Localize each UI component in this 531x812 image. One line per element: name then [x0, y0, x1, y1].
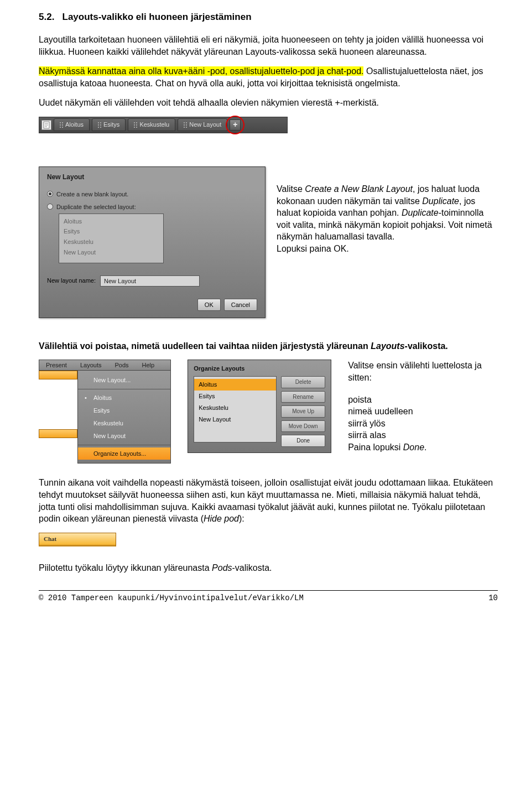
list-item[interactable]: Aloitus	[194, 379, 276, 391]
paragraph-6: Piilotettu työkalu löytyy ikkunan yläreu…	[39, 562, 498, 574]
side-intro: Valitse ensin välilehti luettelosta ja s…	[348, 360, 498, 383]
section-number: 5.2.	[39, 12, 54, 22]
list-item[interactable]: Esitys	[64, 226, 159, 237]
cancel-button[interactable]: Cancel	[224, 299, 257, 311]
list-item[interactable]: New Layout	[64, 247, 159, 258]
list-item[interactable]: New Layout	[194, 414, 276, 425]
paragraph-4: Välilehtiä voi poistaa, nimetä uudelleen…	[39, 340, 498, 352]
chat-pod-titlebar[interactable]: Chat	[39, 533, 116, 546]
move-up-button[interactable]: Move Up	[281, 405, 325, 418]
dd-aloitus[interactable]: Aloitus	[78, 392, 170, 404]
dd-new-layout-item[interactable]: New Layout	[78, 430, 170, 443]
layout-listbox[interactable]: Aloitus Esitys Keskustelu New Layout	[59, 214, 164, 263]
page-icon[interactable]	[41, 120, 51, 130]
footer-copyright: © 2010 Tampereen kaupunki/Hyvinvointipal…	[39, 593, 304, 603]
organize-layouts-dialog: Organize Layouts Aloitus Esitys Keskuste…	[188, 360, 331, 452]
list-item[interactable]: Esitys	[194, 391, 276, 402]
name-label: New layout name:	[47, 277, 96, 285]
dialog-explanation: Valitse Create a New Blank Layout, jos h…	[277, 183, 498, 255]
section-heading: Layouts-valikko eli huoneen järjestämine…	[63, 12, 252, 22]
dd-keskustelu[interactable]: Keskustelu	[78, 417, 170, 430]
menu-pods[interactable]: Pods	[108, 361, 135, 369]
section-title: 5.2. Layouts-valikko eli huoneen järjest…	[39, 11, 498, 24]
orange-bar	[39, 371, 77, 379]
label-done: Paina lopuksi Done.	[348, 441, 498, 454]
new-layout-dialog: New Layout Create a new blank layout. Du…	[39, 166, 266, 318]
annotation-circle	[226, 116, 244, 134]
menu-help[interactable]: Help	[136, 361, 162, 369]
paragraph-2: Näkymässä kannattaa aina olla kuva+ääni …	[39, 65, 498, 89]
page-number: 10	[488, 593, 498, 603]
menu-layouts[interactable]: Layouts	[74, 361, 108, 369]
orange-bar	[39, 429, 77, 438]
add-layout-button[interactable]: +	[230, 119, 241, 131]
radio-icon[interactable]	[47, 191, 53, 197]
radio-create-blank[interactable]: Create a new blank layout.	[39, 188, 265, 201]
label-movedown: siirrä alas	[348, 429, 498, 441]
tab-new-layout[interactable]: New Layout	[178, 118, 227, 131]
page-footer: © 2010 Tampereen kaupunki/Hyvinvointipal…	[39, 590, 498, 603]
layouts-menu-screenshot: Present Layouts Pods Help New Layout... …	[39, 360, 171, 464]
layout-name-input[interactable]	[100, 275, 200, 287]
org-layout-list[interactable]: Aloitus Esitys Keskustelu New Layout	[194, 376, 277, 443]
radio-icon[interactable]	[47, 204, 53, 210]
rename-button[interactable]: Rename	[281, 391, 325, 403]
dialog-title: New Layout	[39, 167, 265, 188]
dd-new-layout[interactable]: New Layout...	[78, 374, 170, 387]
list-item[interactable]: Aloitus	[64, 216, 159, 227]
paragraph-1: Layoutilla tarkoitetaan huoneen välileht…	[39, 34, 498, 58]
done-button[interactable]: Done	[281, 435, 325, 447]
layouts-dropdown: New Layout... Aloitus Esitys Keskustelu …	[77, 371, 171, 464]
chat-pod: Chat	[39, 533, 116, 546]
tab-esitys[interactable]: Esitys	[92, 118, 126, 131]
label-rename: nimeä uudelleen	[348, 405, 498, 418]
dd-organize[interactable]: Organize Layouts...	[78, 447, 170, 460]
button-explanations: Valitse ensin välilehti luettelosta ja s…	[348, 360, 498, 453]
dd-esitys[interactable]: Esitys	[78, 404, 170, 417]
tab-aloitus[interactable]: Aloitus	[54, 118, 90, 131]
layout-tabbar: Aloitus Esitys Keskustelu New Layout +	[39, 117, 288, 133]
list-item[interactable]: Keskustelu	[64, 237, 159, 247]
radio-duplicate[interactable]: Duplicate the selected layout: Aloitus E…	[39, 201, 265, 266]
org-dialog-title: Organize Layouts	[194, 365, 325, 373]
highlighted-text: Näkymässä kannattaa aina olla kuva+ääni …	[39, 66, 363, 76]
label-delete: poista	[348, 394, 498, 406]
paragraph-5: Tunnin aikana voit vaihdella nopeasti nä…	[39, 477, 498, 524]
list-item[interactable]: Keskustelu	[194, 402, 276, 414]
move-down-button[interactable]: Move Down	[281, 420, 325, 433]
ok-button[interactable]: OK	[197, 299, 221, 311]
tab-keskustelu[interactable]: Keskustelu	[128, 118, 175, 131]
paragraph-3: Uudet näkymän eli välilehden voit tehdä …	[39, 97, 498, 109]
menubar: Present Layouts Pods Help	[39, 360, 171, 371]
delete-button[interactable]: Delete	[281, 376, 325, 388]
menu-present[interactable]: Present	[39, 361, 74, 369]
label-moveup: siirrä ylös	[348, 418, 498, 430]
